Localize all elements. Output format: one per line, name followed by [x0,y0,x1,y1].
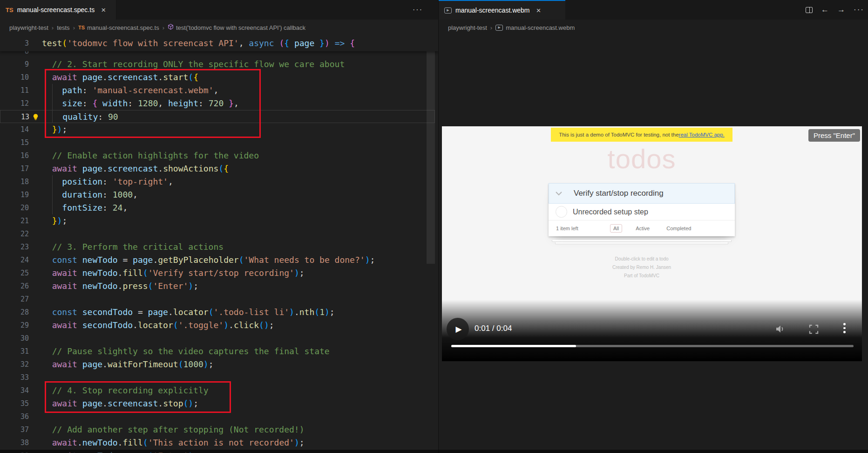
line-number[interactable]: 35 [0,397,29,410]
more-actions-icon[interactable]: ··· [854,5,864,14]
go-forward-icon[interactable]: → [837,5,845,14]
line-number[interactable]: 31 [0,345,29,358]
breadcrumb-item-symbol[interactable]: test('todomvc flow with screencast API')… [176,24,305,31]
line-number[interactable]: 16 [0,149,29,162]
code-line-34[interactable]: 34 // 4. Stop recording explicitly [0,384,435,397]
line-number[interactable]: 28 [0,306,29,319]
go-back-icon[interactable]: ← [821,5,829,14]
line-number[interactable]: 36 [0,410,29,423]
code-line-20[interactable]: 20 fontSize: 24, [0,201,435,214]
video-todos-title: todos [608,143,676,174]
play-button[interactable]: ▶ [447,318,469,340]
code-line-35[interactable]: 35 await page.screencast.stop(); [0,397,435,410]
code-line-12[interactable]: 12 size: { width: 1280, height: 720 }, [0,97,435,110]
editor-nav-actions: ← → ··· [806,0,864,20]
tab-label: manual-screencast.webm [455,7,530,14]
tab-label: manual-screencast.spec.ts [17,6,95,14]
line-number[interactable]: 37 [0,423,29,436]
code-line-33[interactable]: 33 [0,371,435,384]
line-number[interactable]: 34 [0,384,29,397]
code-line-37[interactable]: 37 // Add another step after stopping (N… [0,423,435,436]
code-text: // Enable action highlights for the vide… [42,149,259,162]
video-todo-card: Verify start/stop recording Unrecorded s… [549,183,735,236]
line-number[interactable]: 12 [0,97,29,110]
code-line-22[interactable]: 22 [0,227,435,240]
code-line-31[interactable]: 31 // Pause slightly so the video captur… [0,345,435,358]
line-number[interactable]: 23 [0,240,29,254]
tab-webm-file[interactable]: ▶ manual-screencast.webm × [439,0,565,20]
code-line-23[interactable]: 23 // 3. Perform the critical actions [0,240,435,254]
line-number[interactable]: 26 [0,280,29,293]
fullscreen-icon[interactable] [809,324,819,336]
scrollbar-thumb[interactable] [427,35,435,264]
todo-card-stack-shadow [555,242,728,244]
volume-icon[interactable] [774,323,786,336]
line-number[interactable]: 30 [0,332,29,345]
breadcrumb-item-folder[interactable]: playwright-test [9,24,48,31]
close-tab-icon[interactable]: × [101,6,106,14]
code-line-13[interactable]: 13 quality: 90 [0,110,435,123]
line-number[interactable]: 21 [0,214,29,227]
code-line-18[interactable]: 18 position: 'top-right', [0,175,435,188]
line-number[interactable]: 19 [0,188,29,201]
video-todo-footer: 1 item left All Active Completed [549,220,735,236]
line-number[interactable]: 13 [0,110,29,124]
line-number[interactable]: 20 [0,201,29,214]
line-number[interactable]: 33 [0,371,29,384]
code-line-19[interactable]: 19 duration: 1000, [0,188,435,201]
line-number[interactable]: 17 [0,162,29,175]
indent-guide [52,84,53,123]
code-line-38[interactable]: 38 await.newTodo.fill('This action is no… [0,436,435,449]
line-number[interactable]: 24 [0,254,29,267]
breadcrumb-separator: › [490,24,492,31]
code-line-28[interactable]: 28 const secondTodo = page.locator('.tod… [0,306,435,319]
video-items-left: 1 item left [556,226,578,231]
line-number[interactable]: 27 [0,293,29,306]
close-tab-icon[interactable]: × [536,7,541,14]
code-text: fontSize: 24, [42,201,128,214]
breadcrumb-item-file[interactable]: manual-screencast.spec.ts [87,24,159,31]
video-progress-bar[interactable] [451,345,854,347]
code-line-14[interactable]: 14 }); [0,123,435,136]
code-line-29[interactable]: 29 await secondTodo.locator('.toggle').c… [0,319,435,332]
video-player[interactable]: This is just a demo of TodoMVC for testi… [442,126,862,361]
line-number[interactable]: 18 [0,175,29,188]
code-line-11[interactable]: 11 path: 'manual-screencast.webm', [0,84,435,97]
code-line-16[interactable]: 16 // Enable action highlights for the v… [0,149,435,162]
line-number[interactable]: 22 [0,227,29,240]
code-line-21[interactable]: 21 }); [0,214,435,227]
code-line-26[interactable]: 26 await newTodo.press('Enter'); [0,280,435,293]
lightbulb-icon[interactable] [32,113,39,123]
sticky-code-text: test('todomvc flow with screencast API',… [42,37,355,50]
editor-more-actions-icon[interactable]: ··· [413,0,423,20]
code-text: // Add another step after stopping (Not … [42,423,305,436]
code-line-27[interactable]: 27 [0,293,435,306]
tab-spec-file[interactable]: TS manual-screencast.spec.ts × [0,0,116,20]
line-number[interactable]: 15 [0,136,29,149]
code-line-25[interactable]: 25 await newTodo.fill('Verify start/stop… [0,267,435,280]
code-line-10[interactable]: 10 await page.screencast.start({ [0,71,435,84]
line-number[interactable]: 9 [0,58,29,71]
line-number[interactable]: 10 [0,71,29,84]
code-line-24[interactable]: 24 const newTodo = page.getByPlaceholder… [0,254,435,267]
code-line-32[interactable]: 32 await page.waitForTimeout(1000); [0,358,435,371]
code-line-30[interactable]: 30 [0,332,435,345]
video-more-options-icon[interactable] [843,323,846,333]
breadcrumb-item-tests[interactable]: tests [57,24,69,31]
split-editor-icon[interactable] [806,7,813,13]
code-line-17[interactable]: 17 await page.screencast.showActions({ [0,162,435,175]
line-number[interactable]: 14 [0,123,29,136]
line-number[interactable]: 25 [0,267,29,280]
code-text: await newTodo.press('Enter'); [42,280,198,293]
breadcrumb-item-file[interactable]: manual-screencast.webm [506,24,575,31]
code-line-36[interactable]: 36 [0,410,435,423]
breadcrumb-item-folder[interactable]: playwright-test [448,24,487,31]
code-line-9[interactable]: 9 // 2. Start recording ONLY the specifi… [0,58,435,71]
sticky-line[interactable]: 3 test('todomvc flow with screencast API… [0,35,438,51]
line-number[interactable]: 32 [0,358,29,371]
line-number[interactable]: 11 [0,84,29,97]
code-editor[interactable]: 89 // 2. Start recording ONLY the specif… [0,35,438,453]
code-line-15[interactable]: 15 [0,136,435,149]
line-number[interactable]: 38 [0,436,29,449]
line-number[interactable]: 29 [0,319,29,332]
